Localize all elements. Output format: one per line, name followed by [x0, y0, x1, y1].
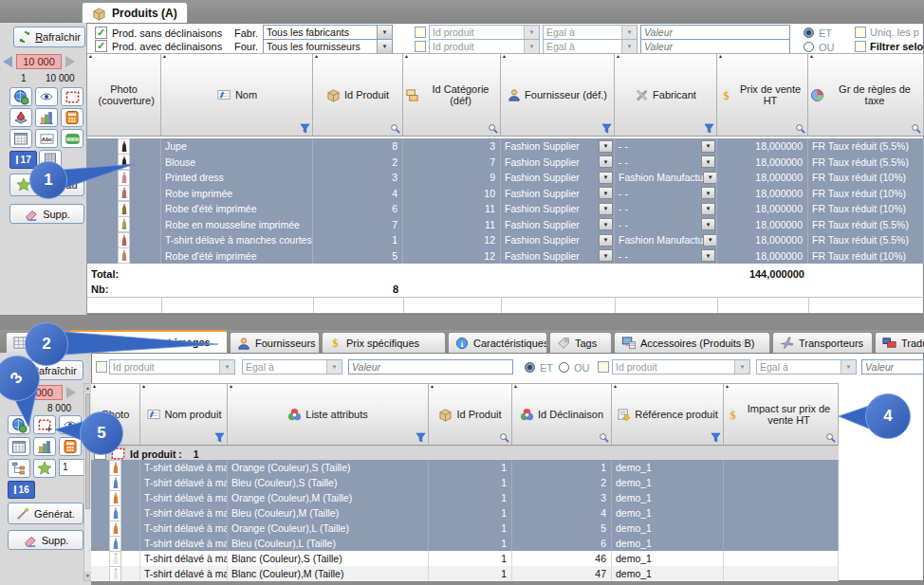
bfilter2-value-input[interactable]	[861, 359, 924, 375]
cell-id-categorie[interactable]: 3	[403, 138, 501, 155]
column-header-id-d-clinaison[interactable]: Id Déclinaison	[512, 383, 612, 446]
chevron-down-icon[interactable]: ▼	[599, 140, 613, 153]
column-header-liste-attributs[interactable]: Liste attributs	[228, 383, 429, 446]
filter2-enable-checkbox[interactable]	[415, 41, 426, 52]
cell-reference[interactable]: demo_1	[612, 566, 724, 581]
product-photo-thumbnail[interactable]	[109, 536, 121, 551]
cell-fournisseur[interactable]: Fashion Supplier▼	[501, 155, 615, 171]
cell-id-produit[interactable]: 2	[313, 155, 403, 171]
cell-id-declinaison[interactable]: 4	[512, 505, 612, 521]
product-photo-thumbnail[interactable]	[118, 232, 130, 248]
cell-id-declinaison[interactable]: 5	[512, 521, 612, 536]
cell-photo[interactable]	[87, 138, 161, 155]
chevron-down-icon[interactable]: ▼	[701, 155, 715, 168]
column-header-id-produit[interactable]: Id Produit	[313, 53, 403, 137]
cell-prix[interactable]: 18,000000	[717, 155, 808, 171]
cell-id-produit[interactable]: 1	[429, 566, 512, 581]
cell-nom-produit[interactable]: T-shirt délavé à ma	[140, 521, 228, 536]
toolbar-icon-calc[interactable]	[61, 108, 83, 127]
product-photo-thumbnail[interactable]	[118, 217, 130, 233]
chevron-down-icon[interactable]: ▼	[599, 172, 613, 184]
cell-nom-produit[interactable]: T-shirt délavé à ma	[140, 505, 228, 521]
cell-prix[interactable]: 18,000000	[717, 186, 808, 202]
funnel-icon[interactable]	[416, 432, 426, 443]
cell-fabricant[interactable]: Fashion Manufactu▼	[615, 232, 717, 248]
product-photo-thumbnail[interactable]	[109, 490, 121, 505]
product-photo-thumbnail[interactable]	[109, 475, 121, 490]
page-next-arrow-bottom[interactable]	[66, 387, 76, 398]
cell-nom[interactable]: Printed dress	[161, 170, 313, 186]
tab-tradu[interactable]: Tradu	[875, 332, 924, 353]
table-row-declinaison[interactable]: T-shirt délavé à maBleu (Couleur),S (Tai…	[91, 475, 839, 490]
cell-fournisseur[interactable]: Fashion Supplier▼	[501, 217, 615, 233]
cell-impact-prix[interactable]	[724, 521, 839, 536]
cell-photo[interactable]	[87, 155, 161, 171]
chevron-down-icon[interactable]: ▼	[599, 203, 613, 215]
cell-id-produit[interactable]: 4	[313, 186, 403, 202]
cell-taxe[interactable]: FR Taux réduit (5.5%)	[808, 232, 924, 248]
table-row-declinaison[interactable]: T-shirt délavé à maOrange (Couleur),L (T…	[91, 521, 839, 536]
radio-ou-bottom[interactable]	[559, 362, 569, 373]
cell-impact-prix[interactable]	[724, 460, 839, 475]
tab-prix-sp-cifiques[interactable]: $Prix spécifiques	[322, 332, 446, 353]
cell-fabricant[interactable]: - -▼	[615, 201, 717, 217]
cell-nom[interactable]: Robe en mousseline imprimée	[161, 217, 313, 233]
toolbar-icon-globe[interactable]	[9, 87, 32, 106]
cell-impact-prix[interactable]	[724, 505, 839, 521]
tab-produits[interactable]: Produits (A)	[82, 2, 188, 24]
toolbar-icon-eye[interactable]	[35, 87, 58, 106]
cell-id-produit[interactable]: 7	[313, 217, 403, 233]
cell-fabricant[interactable]: - -▼	[615, 186, 717, 202]
cell-photo[interactable]	[87, 232, 161, 248]
cell-fournisseur[interactable]: Fashion Supplier▼	[501, 170, 615, 186]
radio-et-top[interactable]	[804, 27, 814, 38]
cell-reference[interactable]: demo_1	[612, 505, 724, 521]
funnel-icon[interactable]	[704, 123, 714, 134]
delete-product-button[interactable]: Supp.	[9, 204, 84, 224]
chevron-down-icon[interactable]: ▼	[701, 203, 715, 215]
bfilter1-value-input[interactable]	[348, 359, 513, 375]
cell-photo[interactable]	[87, 248, 161, 265]
chevron-down-icon[interactable]: ▼	[703, 172, 717, 184]
column-header-fabricant[interactable]: Fabricant	[615, 53, 717, 137]
cell-reference[interactable]: demo_1	[612, 475, 724, 490]
column-header-nom[interactable]: Nom	[161, 53, 313, 137]
table-row-product[interactable]: T-shirt délavé à manches courtes112Fashi…	[87, 232, 924, 248]
toolbar-icon-star[interactable]	[33, 459, 56, 478]
cell-impact-prix[interactable]	[724, 475, 839, 490]
cell-nom[interactable]: Robe imprimée	[161, 186, 313, 202]
page-next-arrow[interactable]	[65, 56, 75, 67]
fabricant-select[interactable]: Tous les fabricants▼	[263, 25, 393, 40]
cell-nom[interactable]: T-shirt délavé à manches courtes	[161, 232, 313, 248]
cell-id-produit[interactable]: 1	[429, 490, 512, 505]
table-row-product[interactable]: Printed dress39Fashion Supplier▼Fashion …	[87, 170, 924, 186]
cell-prix[interactable]: 18,000000	[717, 232, 808, 248]
cell-id-categorie[interactable]: 10	[403, 186, 501, 202]
cell-id-produit[interactable]: 1	[429, 551, 512, 566]
column-header-gr-de-r-gles-de-taxe[interactable]: Gr de règles de taxe	[808, 53, 924, 137]
table-row-product[interactable]: Robe imprimée410Fashion Supplier▼- -▼18,…	[87, 186, 924, 202]
funnel-icon[interactable]	[711, 432, 721, 443]
filter1-value-input[interactable]	[640, 25, 790, 40]
cell-prix[interactable]: 18,000000	[717, 217, 808, 233]
fournisseur-select[interactable]: Tous les fournisseurs▼	[263, 39, 393, 54]
cell-impact-prix[interactable]	[724, 566, 839, 581]
bfilter1-op-select[interactable]: Egal à▼	[242, 359, 342, 375]
toolbar-icon-calendar[interactable]	[8, 437, 30, 456]
cell-impact-prix[interactable]	[724, 490, 839, 505]
toolbar-icon-barchart[interactable]	[33, 437, 56, 456]
cell-photo[interactable]	[91, 551, 140, 566]
cell-id-declinaison[interactable]: 47	[512, 566, 612, 581]
table-row-declinaison[interactable]: T-shirt délavé à maBleu (Couleur),L (Tai…	[91, 536, 839, 551]
cell-nom[interactable]: Robe d'été imprimée	[161, 248, 313, 265]
toolbar-icon-redrectplus[interactable]	[33, 415, 56, 434]
bfilter2-enable-checkbox[interactable]	[598, 361, 609, 373]
cell-id-categorie[interactable]: 11	[403, 201, 501, 217]
magnifier-icon[interactable]	[911, 123, 921, 134]
cell-nom-produit[interactable]: T-shirt délavé à ma	[140, 490, 228, 505]
tab-fournisseurs[interactable]: Fournisseurs	[230, 332, 320, 353]
toolbar-icon-eye[interactable]	[59, 415, 82, 434]
product-photo-thumbnail[interactable]	[118, 170, 130, 186]
cell-photo[interactable]	[91, 460, 140, 475]
magnifier-icon[interactable]	[825, 432, 836, 443]
